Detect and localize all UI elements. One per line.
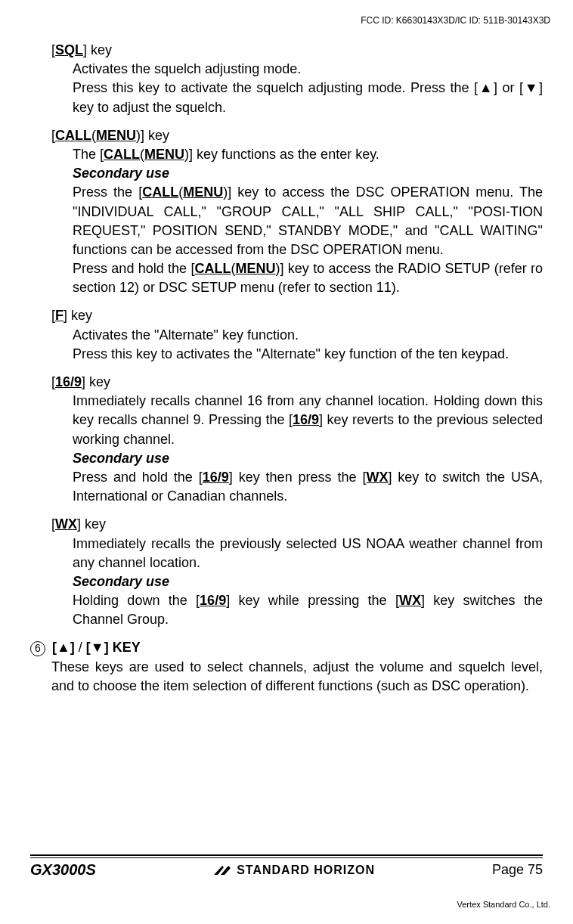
t: ] key (141, 128, 169, 143)
k169-line2: Press and hold the [16/9] key then press… (73, 468, 543, 506)
header-fccid: FCC ID: K6630143X3D/IC ID: 511B-30143X3D (0, 0, 573, 26)
t: MENU (144, 147, 184, 162)
t: CALL (194, 261, 231, 276)
f-line2: Press this key to activates the "Alterna… (73, 345, 543, 364)
section6-body: These keys are used to select channels, … (30, 658, 543, 696)
logo-wing-icon (213, 864, 233, 876)
up-triangle-icon: ▲ (478, 80, 494, 95)
t: CALL (104, 147, 140, 162)
t: KEY (109, 640, 141, 655)
t: ] key then press the [ (229, 470, 367, 485)
t: Press and hold the [ (73, 261, 194, 276)
sql-block: [SQL] key Activates the squelch adjustin… (30, 41, 543, 117)
footer-logo-text: STANDARD HORIZON (237, 864, 375, 876)
t: )] key functions as the enter key. (184, 147, 379, 162)
content-area: [SQL] key Activates the squelch adjustin… (0, 26, 573, 696)
k169-key: 16/9 (55, 374, 82, 389)
sql-keyname: SQL (55, 42, 83, 57)
t: MENU (235, 261, 275, 276)
section-6: 6 [▲] / [▼] KEY These keys are used to s… (30, 638, 543, 696)
f-block: [F] key Activates the "Alternate" key fu… (30, 306, 543, 364)
wx-block: [WX] key Immediately recalls the previou… (30, 515, 543, 629)
down-triangle-icon: ▼ (91, 640, 104, 655)
k169-title: [16/9] key (30, 373, 543, 392)
t: ] key (77, 516, 106, 532)
t: MENU (183, 184, 223, 200)
t: ] or [ (494, 80, 523, 95)
up-triangle-icon: ▲ (57, 640, 70, 655)
sql-title-rest: ] key (83, 42, 112, 57)
t: ] key (63, 308, 92, 323)
k169-line1: Immediately recalls channel 16 from any … (73, 392, 543, 449)
t: Press this key to activate the squelch a… (73, 80, 478, 95)
wx-key: WX (55, 516, 77, 532)
call-block: [CALL(MENU)] key The [CALL(MENU)] key fu… (30, 126, 543, 298)
sql-line2: Press this key to activate the squelch a… (73, 79, 543, 116)
t: WX (399, 593, 421, 608)
footer-company: Vertex Standard Co., Ltd. (457, 900, 550, 909)
t: Press the [ (73, 184, 142, 200)
t: ] key while pressing the [ (226, 593, 399, 608)
circled-number-icon: 6 (30, 641, 45, 656)
t: 16/9 (293, 412, 319, 427)
call-line1: The [CALL(MENU)] key functions as the en… (73, 145, 543, 164)
sql-title: [SQL] key (30, 41, 543, 60)
call-line3: Press and hold the [CALL(MENU)] key to a… (73, 259, 543, 297)
k169-block: [16/9] key Immediately recalls channel 1… (30, 373, 543, 506)
f-title: [F] key (30, 306, 543, 325)
call-secondary-use: Secondary use (73, 164, 543, 183)
down-triangle-icon: ▼ (523, 80, 539, 95)
f-line1: Activates the "Alternate" key function. (73, 326, 543, 345)
t: Press and hold the [ (73, 470, 203, 485)
footer-page: Page 75 (492, 862, 543, 878)
f-key: F (55, 308, 63, 323)
sql-line1: Activates the squelch adjusting mode. (73, 60, 543, 79)
t: 16/9 (203, 470, 229, 485)
wx-body: Immediately recalls the previously selec… (30, 535, 543, 630)
call-body: The [CALL(MENU)] key functions as the en… (30, 145, 543, 298)
t: The [ (73, 147, 104, 162)
t: 16/9 (200, 593, 226, 608)
t: Holding down the [ (73, 593, 200, 608)
call-key: CALL (55, 128, 91, 143)
wx-title: [WX] key (30, 515, 543, 534)
t: WX (366, 470, 388, 485)
footer-divider (30, 854, 543, 858)
k169-secondary-use: Secondary use (73, 449, 543, 468)
wx-line2: Holding down the [16/9] key while pressi… (73, 591, 543, 629)
wx-secondary-use: Secondary use (73, 572, 543, 591)
k169-body: Immediately recalls channel 16 from any … (30, 392, 543, 506)
sql-body: Activates the squelch adjusting mode. Pr… (30, 60, 543, 117)
wx-line1: Immediately recalls the previously selec… (73, 535, 543, 572)
t: CALL (142, 184, 178, 200)
footer-logo: STANDARD HORIZON (213, 864, 375, 877)
section6-title: 6 [▲] / [▼] KEY (30, 638, 543, 657)
footer-row: GX3000S STANDARD HORIZON Page 75 (30, 861, 543, 879)
footer-model: GX3000S (30, 861, 96, 879)
menu-key: MENU (96, 128, 136, 143)
footer: GX3000S STANDARD HORIZON Page 75 (0, 854, 573, 879)
call-title: [CALL(MENU)] key (30, 126, 543, 145)
f-body: Activates the "Alternate" key function. … (30, 326, 543, 364)
call-line2: Press the [CALL(MENU)] key to access the… (73, 183, 543, 259)
t: ] key (82, 374, 110, 389)
t: / (75, 640, 86, 655)
